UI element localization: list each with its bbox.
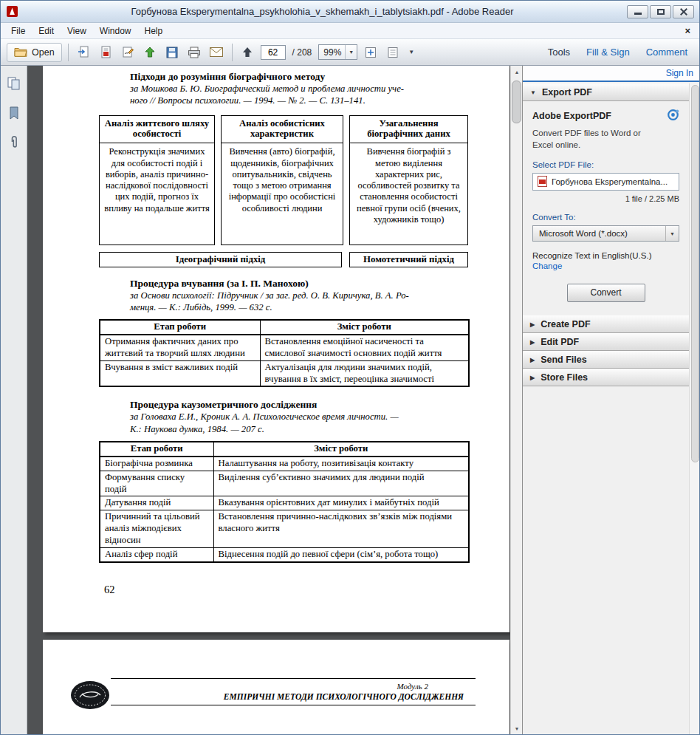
table2-cell: Біографічна розминка bbox=[100, 457, 213, 471]
procedure-vchuvannia-table: Етап роботи Зміст роботи Отримання факти… bbox=[99, 319, 470, 387]
table2-cell: Виділення суб’єктивно значимих для людин… bbox=[213, 471, 469, 496]
chevron-right-icon: ▶ bbox=[530, 357, 535, 363]
section-title-1: Підходи до розуміння біографічного метод… bbox=[130, 71, 468, 83]
menu-window[interactable]: Window bbox=[93, 24, 138, 38]
panel-empty-area bbox=[523, 386, 689, 734]
toolbar-separator bbox=[232, 44, 233, 61]
page-number-input[interactable] bbox=[261, 45, 286, 60]
table-row: Формування списку подій Виділення суб’єк… bbox=[100, 471, 469, 496]
store-files-section-header[interactable]: ▶ Store Files bbox=[523, 369, 689, 386]
selected-file-chip[interactable]: Горбунова Eksperymentalna... bbox=[532, 173, 679, 191]
navigation-rail bbox=[1, 66, 27, 734]
citation-3-line2: К.: Наукова думка, 1984. — 207 с. bbox=[130, 423, 468, 435]
create-pdf-section-header[interactable]: ▶ Create PDF bbox=[523, 315, 689, 333]
panel-scrollbar[interactable] bbox=[689, 83, 700, 734]
footer-rule-bottom bbox=[111, 705, 476, 705]
close-document-icon[interactable]: × bbox=[684, 25, 690, 36]
recognize-text-label: Recognize Text in English(U.S.) bbox=[532, 251, 679, 260]
select-pdf-file-label: Select PDF File: bbox=[532, 160, 679, 169]
attachments-icon[interactable] bbox=[5, 134, 23, 151]
tab-fill-sign[interactable]: Fill & Sign bbox=[586, 47, 630, 58]
diagram-box-2: Аналіз особистісних характеристик Вивчен… bbox=[221, 115, 343, 245]
menu-view[interactable]: View bbox=[61, 24, 93, 38]
close-button[interactable] bbox=[673, 5, 694, 18]
open-button[interactable]: Open bbox=[7, 43, 62, 62]
pdf-page-62: Підходи до розуміння біографічного метод… bbox=[43, 66, 509, 632]
tab-comment[interactable]: Comment bbox=[646, 47, 687, 58]
page-thumbnails-icon[interactable] bbox=[5, 75, 23, 92]
biographical-method-diagram: Аналіз життєвого шляху особистості Рекон… bbox=[99, 115, 468, 245]
adobe-reader-window: Горбунова Eksperymentalna_psykholohia_v_… bbox=[0, 0, 700, 735]
tab-tools[interactable]: Tools bbox=[548, 47, 570, 58]
restore-button[interactable] bbox=[650, 5, 671, 18]
pdf-page-63: Модуль 2 ЕМПІРИЧНІ МЕТОДИ ПСИХОЛОГІЧНОГО… bbox=[43, 640, 509, 734]
export-pdf-section-header[interactable]: ▼ Export PDF bbox=[523, 83, 689, 101]
document-area[interactable]: Підходи до розуміння біографічного метод… bbox=[27, 66, 510, 734]
footer-section-title: ЕМПІРИЧНІ МЕТОДИ ПСИХОЛОГІЧНОГО ДОСЛІДЖЕ… bbox=[111, 692, 476, 701]
menu-file[interactable]: File bbox=[4, 24, 32, 38]
convert-to-select[interactable]: Microsoft Word (*.docx) ▼ bbox=[532, 225, 679, 242]
share-upload-icon[interactable] bbox=[141, 44, 159, 61]
scrollbar-thumb[interactable] bbox=[512, 81, 521, 123]
table-row: Причинний та цільовий аналіз міжподієвих… bbox=[100, 510, 469, 548]
save-icon[interactable] bbox=[163, 44, 182, 61]
reading-mode-icon[interactable] bbox=[383, 44, 402, 61]
previous-page-icon[interactable] bbox=[239, 44, 257, 61]
sign-in-bar: Sign In bbox=[523, 66, 700, 82]
table2-cell: Встановлення причинно-наслідкових зв’язк… bbox=[213, 510, 469, 548]
bookmarks-icon[interactable] bbox=[5, 104, 23, 122]
zoom-control[interactable]: 99% ▼ bbox=[318, 44, 357, 60]
sign-document-icon[interactable] bbox=[119, 44, 137, 61]
table-row: Аналіз сфер подій Віднесення подій до пе… bbox=[100, 547, 469, 561]
citation-1-line2: ного // Вопросы психологии. — 1994. — № … bbox=[130, 95, 468, 106]
pdf-file-icon bbox=[538, 176, 547, 188]
table1-header-stage: Етап роботи bbox=[100, 320, 260, 335]
minimize-button[interactable] bbox=[627, 5, 648, 18]
export-convert-icon[interactable] bbox=[75, 44, 93, 61]
email-icon[interactable] bbox=[207, 44, 226, 61]
diagram-box-3-body: Вивчення біографій з метою виділення хар… bbox=[350, 143, 467, 244]
export-pdf-panel: Adobe ExportPDF Convert PDF files to Wor… bbox=[523, 101, 689, 315]
citation-1-line1: за Мошкова Б. Ю. Биографический метод и … bbox=[130, 83, 468, 95]
create-pdf-icon[interactable] bbox=[97, 44, 115, 61]
scroll-up-icon[interactable]: ▲ bbox=[511, 66, 523, 78]
diagram-footer-row: Ідеографічний підхід Номотетичний підхід bbox=[99, 252, 468, 267]
diagram-box-2-body: Вивчення (авто) біографій, щоденників, б… bbox=[222, 143, 343, 244]
title-bar: Горбунова Eksperymentalna_psykholohia_v_… bbox=[1, 1, 699, 23]
scroll-down-icon[interactable]: ▼ bbox=[511, 722, 523, 734]
edit-pdf-label: Edit PDF bbox=[541, 337, 579, 347]
diagram-box-1-header: Аналіз життєвого шляху особистості bbox=[100, 116, 214, 144]
table2-cell: Причинний та цільовий аналіз міжподієвих… bbox=[100, 510, 213, 548]
page-footer: Модуль 2 ЕМПІРИЧНІ МЕТОДИ ПСИХОЛОГІЧНОГО… bbox=[43, 678, 509, 705]
change-language-link[interactable]: Change bbox=[532, 261, 679, 270]
export-product-name: Adobe ExportPDF bbox=[532, 111, 611, 121]
footer-rules: Модуль 2 ЕМПІРИЧНІ МЕТОДИ ПСИХОЛОГІЧНОГО… bbox=[111, 678, 476, 705]
folder-open-icon bbox=[14, 47, 27, 57]
print-icon[interactable] bbox=[185, 44, 204, 61]
table-row: Датування подій Вказування орієнтовних д… bbox=[100, 496, 469, 510]
toolbar-separator bbox=[68, 44, 69, 61]
citation-3-line1: за Головаха Е.И., Кроник А. А. Психологи… bbox=[130, 411, 468, 423]
page-number: 62 bbox=[104, 584, 468, 596]
sign-in-link[interactable]: Sign In bbox=[666, 68, 693, 78]
publisher-logo bbox=[69, 680, 111, 714]
convert-button[interactable]: Convert bbox=[567, 284, 645, 302]
menu-help[interactable]: Help bbox=[138, 24, 170, 38]
menu-edit[interactable]: Edit bbox=[32, 24, 61, 38]
table1-cell: Вчування в зміст важливих подій bbox=[100, 360, 260, 386]
edit-pdf-section-header[interactable]: ▶ Edit PDF bbox=[523, 333, 689, 351]
document-scrollbar[interactable]: ▲ ▼ bbox=[510, 66, 522, 734]
toolbar-overflow-icon[interactable]: ▼ bbox=[405, 49, 417, 55]
chevron-right-icon: ▶ bbox=[530, 339, 535, 346]
diagram-box-2-header: Аналіз особистісних характеристик bbox=[222, 116, 343, 144]
table2-cell: Налаштування на роботу, позитивізація ко… bbox=[213, 457, 469, 471]
footer-module-label: Модуль 2 bbox=[111, 682, 476, 691]
panel-scrollbar-thumb[interactable] bbox=[691, 85, 699, 462]
send-files-section-header[interactable]: ▶ Send Files bbox=[523, 351, 689, 369]
table1-cell: Актуалізація для людини значимих подій, … bbox=[260, 360, 469, 386]
diagram-box-3-header: Узагальнення біографічних даних bbox=[350, 116, 467, 144]
fit-window-icon[interactable] bbox=[361, 44, 380, 61]
zoom-dropdown-icon[interactable]: ▼ bbox=[345, 45, 357, 59]
table2-cell: Датування подій bbox=[100, 496, 213, 510]
table1-cell: Отримання фактичних даних про життєвий т… bbox=[100, 335, 260, 360]
